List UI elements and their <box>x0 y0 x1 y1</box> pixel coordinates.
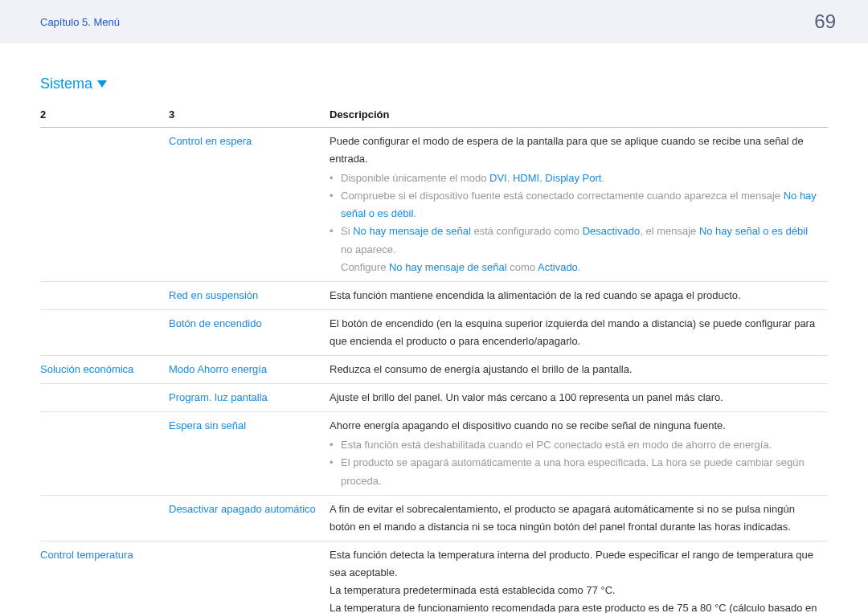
cell-description: Esta función detecta la temperatura inte… <box>330 541 828 613</box>
header-col-3: 3 <box>169 104 330 128</box>
cell-category <box>40 495 169 541</box>
breadcrumb[interactable]: Capítulo 5. Menú <box>40 16 120 28</box>
note-list: Esta función está deshabilitada cuando e… <box>330 436 820 489</box>
caret-down-icon <box>97 80 107 88</box>
cell-description: Esta función mantiene encendida la alime… <box>330 281 828 309</box>
cell-option: Program. luz pantalla <box>169 384 330 412</box>
table-row: Control en esperaPuede configurar el mod… <box>40 128 828 282</box>
cell-description: El botón de encendido (en la esquina sup… <box>330 309 828 355</box>
page-content: Sistema 2 3 Descripción Control en esper… <box>0 43 868 613</box>
table-row: Espera sin señalAhorre energía apagando … <box>40 412 828 495</box>
table-row: Control temperaturaEsta función detecta … <box>40 541 828 613</box>
header-col-desc: Descripción <box>330 104 828 128</box>
table-row: Botón de encendidoEl botón de encendido … <box>40 309 828 355</box>
cell-option: Desactivar apagado automático <box>169 495 330 541</box>
table-row: Desactivar apagado automáticoA fin de ev… <box>40 495 828 541</box>
cell-description: Ahorre energía apagando el dispositivo c… <box>330 412 828 495</box>
cell-option: Botón de encendido <box>169 309 330 355</box>
header-col-2: 2 <box>40 104 169 128</box>
cell-category <box>40 309 169 355</box>
cell-description: A fin de evitar el sobrecalentamiento, e… <box>330 495 828 541</box>
cell-category: Solución económica <box>40 356 169 384</box>
cell-category: Control temperatura <box>40 541 169 613</box>
cell-description: Puede configurar el modo de espera de la… <box>330 128 828 282</box>
cell-option: Control en espera <box>169 128 330 282</box>
cell-option: Red en suspensión <box>169 281 330 309</box>
table-row: Red en suspensiónEsta función mantiene e… <box>40 281 828 309</box>
cell-category <box>40 281 169 309</box>
cell-description: Reduzca el consumo de energía ajustando … <box>330 356 828 384</box>
section-title[interactable]: Sistema <box>40 76 828 92</box>
cell-category <box>40 128 169 282</box>
cell-category <box>40 384 169 412</box>
table-row: Program. luz pantallaAjuste el brillo de… <box>40 384 828 412</box>
section-title-text: Sistema <box>40 76 92 92</box>
menu-table: 2 3 Descripción Control en esperaPuede c… <box>40 104 828 613</box>
note-list: Disponible únicamente el modo DVI, HDMI,… <box>330 170 820 276</box>
cell-category <box>40 412 169 495</box>
cell-option <box>169 541 330 613</box>
top-bar: Capítulo 5. Menú 69 <box>0 0 868 43</box>
table-row: Solución económicaModo Ahorro energíaRed… <box>40 356 828 384</box>
cell-option: Espera sin señal <box>169 412 330 495</box>
page-number: 69 <box>814 10 836 33</box>
cell-description: Ajuste el brillo del panel. Un valor más… <box>330 384 828 412</box>
cell-option: Modo Ahorro energía <box>169 356 330 384</box>
